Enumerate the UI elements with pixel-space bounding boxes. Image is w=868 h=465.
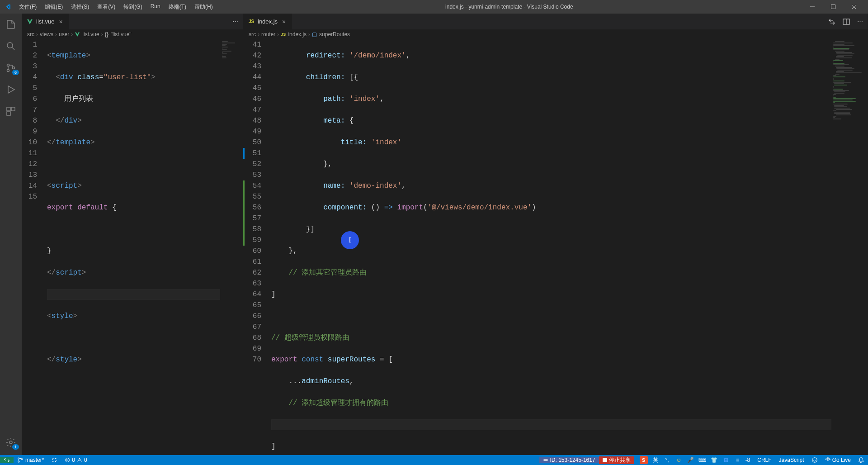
ime-settings-icon[interactable]: ≡ bbox=[734, 456, 742, 464]
js-file-icon: JS bbox=[281, 32, 286, 37]
branch-name: master* bbox=[25, 457, 44, 463]
svg-point-7 bbox=[7, 70, 9, 72]
svg-line-5 bbox=[12, 47, 15, 50]
explorer-icon[interactable] bbox=[0, 14, 22, 35]
svg-point-4 bbox=[7, 43, 13, 48]
stop-share-button[interactable]: 停止共享 bbox=[599, 456, 634, 464]
titlebar: 文件(F) 编辑(E) 选择(S) 查看(V) 转到(G) Run 终端(T) … bbox=[0, 0, 868, 14]
svg-point-26 bbox=[827, 460, 828, 461]
code-content[interactable]: <template> <div class="user-list"> 用户列表 … bbox=[45, 39, 220, 455]
tabs-right: JS index.js × ⋯ bbox=[243, 14, 868, 29]
more-actions-icon[interactable]: ⋯ bbox=[232, 18, 238, 25]
variable-icon: ▢ bbox=[312, 31, 317, 38]
svg-rect-11 bbox=[11, 107, 15, 111]
feedback-icon[interactable] bbox=[808, 457, 821, 463]
liveshare-id[interactable]: ID: 153-1245-1617 bbox=[539, 457, 599, 463]
scm-badge: 6 bbox=[12, 70, 19, 75]
minimap-right[interactable] bbox=[831, 39, 868, 455]
breadcrumb-item[interactable]: router bbox=[261, 31, 275, 38]
tab-label: list.vue bbox=[36, 18, 54, 25]
breadcrumb-item[interactable]: JS index.js bbox=[281, 31, 307, 38]
editor-group-left: list.vue × ⋯ src› views› user› list.vue›… bbox=[22, 14, 243, 455]
split-editor-icon[interactable] bbox=[843, 18, 850, 25]
code-content[interactable]: redirect: '/demo/index', children: [{ pa… bbox=[269, 39, 831, 455]
close-button[interactable] bbox=[844, 0, 864, 14]
ime-toolbox-icon[interactable]: ⊞ bbox=[722, 456, 730, 464]
ime-keyboard-icon[interactable]: ⌨ bbox=[698, 456, 707, 464]
settings-badge: 1 bbox=[12, 444, 19, 450]
menu-help[interactable]: 帮助(H) bbox=[191, 1, 217, 13]
ime-sogou-icon[interactable]: S bbox=[640, 456, 648, 464]
svg-rect-10 bbox=[7, 107, 10, 111]
activity-bar: 6 1 bbox=[0, 14, 22, 455]
encoding-button[interactable]: -8 bbox=[742, 457, 754, 463]
breadcrumb-item[interactable]: views bbox=[40, 31, 53, 38]
statusbar: master* 0 0 ID: 153-1245-1617 停止共享 S 英 °… bbox=[0, 455, 868, 465]
eol-button[interactable]: CRLF bbox=[754, 457, 775, 463]
minimize-button[interactable] bbox=[802, 0, 823, 14]
go-live-button[interactable]: Go Live bbox=[821, 457, 854, 463]
editor-area-left[interactable]: 1 2 3 4 5 6 7 8 9 10 11 12 13 14 15 <tem… bbox=[22, 39, 243, 455]
tab-index-js[interactable]: JS index.js × bbox=[243, 14, 292, 29]
svg-point-6 bbox=[7, 64, 9, 66]
main-area: 6 1 list.vue × ⋯ bbox=[0, 14, 868, 455]
close-icon[interactable]: × bbox=[280, 18, 288, 25]
problems-button[interactable]: 0 0 bbox=[61, 457, 90, 463]
minimap-left[interactable] bbox=[220, 39, 243, 455]
ime-punct-icon[interactable]: °, bbox=[663, 456, 671, 464]
tabs-actions-right: ⋯ bbox=[824, 18, 868, 25]
svg-point-17 bbox=[18, 461, 19, 462]
breadcrumb-item[interactable]: user bbox=[59, 31, 69, 38]
more-actions-icon[interactable]: ⋯ bbox=[857, 18, 863, 25]
editor-area-right[interactable]: 41 42 43 44 45 46 47 48 49 50 51 52 53 5… bbox=[243, 39, 868, 455]
language-mode-button[interactable]: JavaScript bbox=[775, 457, 808, 463]
line-gutter: 1 2 3 4 5 6 7 8 9 10 11 12 13 14 15 bbox=[22, 39, 45, 455]
tab-list-vue[interactable]: list.vue × bbox=[22, 14, 69, 29]
cursor-indicator: I bbox=[341, 231, 359, 249]
tabs-left: list.vue × ⋯ bbox=[22, 14, 243, 29]
breadcrumb-item[interactable]: src bbox=[249, 31, 256, 38]
svg-rect-23 bbox=[543, 460, 547, 461]
ime-skin-icon[interactable]: 👕 bbox=[710, 456, 718, 464]
window-controls bbox=[802, 0, 864, 14]
breadcrumb-item[interactable]: {} "list.vue" bbox=[105, 31, 132, 38]
sync-button[interactable] bbox=[47, 457, 61, 463]
tabs-actions-left: ⋯ bbox=[228, 18, 243, 25]
menu-edit[interactable]: 编辑(E) bbox=[41, 1, 66, 13]
git-branch[interactable]: master* bbox=[14, 457, 47, 463]
breadcrumb-left[interactable]: src› views› user› list.vue› {} "list.vue… bbox=[22, 29, 243, 39]
compare-changes-icon[interactable] bbox=[828, 18, 835, 25]
search-icon[interactable] bbox=[0, 35, 22, 57]
menu-selection[interactable]: 选择(S) bbox=[67, 1, 93, 13]
menu-view[interactable]: 查看(V) bbox=[94, 1, 119, 13]
remote-indicator[interactable] bbox=[0, 457, 14, 463]
close-icon[interactable]: × bbox=[57, 18, 64, 25]
breadcrumb-item[interactable]: list.vue bbox=[75, 31, 99, 38]
breadcrumb-right[interactable]: src› router› JS index.js› ▢ superRoutes bbox=[243, 29, 868, 39]
menu-go[interactable]: 转到(G) bbox=[120, 1, 146, 13]
ime-mic-icon[interactable]: 🎤 bbox=[687, 456, 695, 464]
maximize-button[interactable] bbox=[823, 0, 844, 14]
extensions-icon[interactable] bbox=[0, 100, 22, 122]
menu-terminal[interactable]: 终端(T) bbox=[165, 1, 190, 13]
settings-gear-icon[interactable]: 1 bbox=[0, 432, 22, 453]
menubar: 文件(F) 编辑(E) 选择(S) 查看(V) 转到(G) Run 终端(T) … bbox=[15, 1, 217, 13]
line-gutter: 41 42 43 44 45 46 47 48 49 50 51 52 53 5… bbox=[243, 39, 269, 455]
svg-point-16 bbox=[18, 458, 19, 459]
js-file-icon: JS bbox=[248, 18, 255, 25]
ime-toolbar: S 英 °, ☺ 🎤 ⌨ 👕 ⊞ ≡ bbox=[640, 456, 742, 464]
notifications-icon[interactable] bbox=[854, 457, 868, 463]
breadcrumb-item[interactable]: ▢ superRoutes bbox=[312, 31, 350, 38]
breadcrumb-item[interactable]: src bbox=[27, 31, 34, 38]
ime-emoji-icon[interactable]: ☺ bbox=[675, 456, 683, 464]
svg-rect-24 bbox=[603, 458, 607, 462]
svg-point-8 bbox=[13, 67, 15, 69]
menu-file[interactable]: 文件(F) bbox=[15, 1, 40, 13]
tab-label: index.js bbox=[258, 18, 278, 25]
source-control-icon[interactable]: 6 bbox=[0, 57, 22, 79]
menu-run[interactable]: Run bbox=[147, 1, 164, 13]
svg-rect-1 bbox=[831, 5, 835, 9]
ime-lang-icon[interactable]: 英 bbox=[651, 456, 660, 464]
vue-file-icon bbox=[26, 18, 33, 25]
run-debug-icon[interactable] bbox=[0, 79, 22, 100]
